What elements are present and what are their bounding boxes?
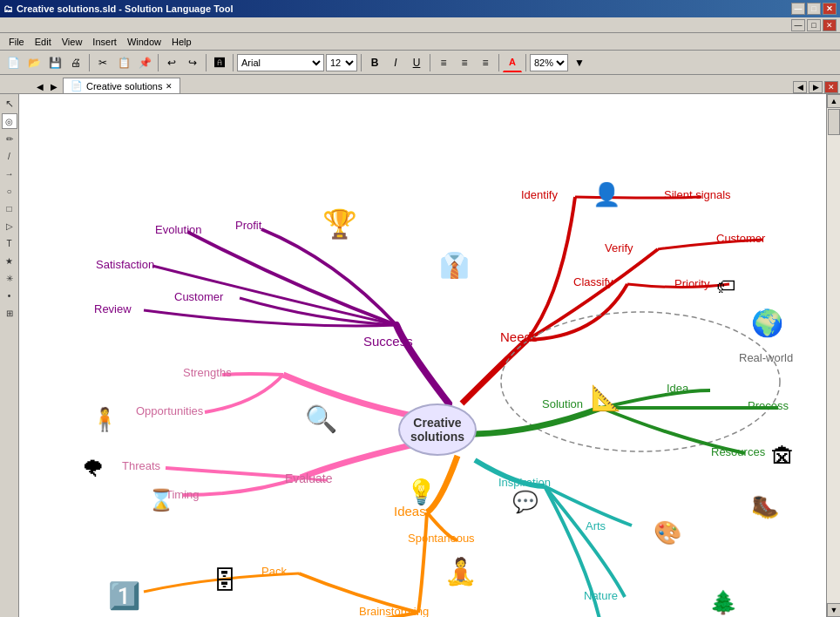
window-title: Creative solutions.sld - Solution Langua… bbox=[17, 3, 234, 14]
menu-window[interactable]: Window bbox=[122, 36, 166, 48]
tool-asterisk[interactable]: ✳ bbox=[2, 270, 17, 286]
sep8 bbox=[525, 54, 526, 71]
menu-insert[interactable]: Insert bbox=[87, 36, 122, 48]
pane-prev[interactable]: ◀ bbox=[793, 81, 807, 93]
scroll-up-button[interactable]: ▲ bbox=[827, 94, 840, 108]
tool-dot[interactable]: • bbox=[2, 288, 17, 303]
center-node[interactable]: Creative solutions bbox=[398, 403, 477, 456]
icon-paint: 🎨 bbox=[654, 519, 681, 546]
tool-expand[interactable]: ⊞ bbox=[2, 305, 17, 321]
copy-button[interactable]: 📋 bbox=[114, 53, 133, 72]
format-button[interactable]: 🅰 bbox=[210, 53, 229, 72]
bold-button[interactable]: B bbox=[365, 53, 384, 72]
tab-bar: ◀ ▶ 📄 Creative solutions ✕ ◀ ▶ ✕ bbox=[0, 75, 840, 94]
redo-button[interactable]: ↪ bbox=[183, 53, 202, 72]
undo-button[interactable]: ↩ bbox=[162, 53, 181, 72]
tool-text[interactable]: T bbox=[2, 235, 17, 251]
scroll-thumb-v[interactable] bbox=[828, 109, 840, 135]
inner-restore[interactable]: □ bbox=[807, 19, 821, 31]
font-color-button[interactable]: A bbox=[503, 53, 522, 72]
icon-person2: 🧍 bbox=[91, 406, 119, 433]
pane-close[interactable]: ✕ bbox=[824, 81, 838, 93]
save-button[interactable]: 💾 bbox=[45, 53, 64, 72]
tab-next[interactable]: ▶ bbox=[49, 80, 59, 93]
menu-help[interactable]: Help bbox=[166, 36, 197, 48]
italic-button[interactable]: I bbox=[386, 53, 405, 72]
print-button[interactable]: 🖨 bbox=[66, 53, 85, 72]
sep1 bbox=[89, 54, 90, 71]
icon-thinker: 🧘 bbox=[444, 556, 477, 586]
icon-magnifier: 🔍 bbox=[305, 403, 337, 434]
icon-hikers: 🥾 bbox=[751, 493, 779, 520]
icon-hourglass: ⌛ bbox=[148, 488, 174, 512]
icon-trophy: 🏆 bbox=[322, 207, 357, 241]
title-bar: 🗂 Creative solutions.sld - Solution Lang… bbox=[0, 0, 840, 17]
icon-lightbulb: 💡 bbox=[406, 478, 437, 506]
tab-close-button[interactable]: ✕ bbox=[166, 82, 173, 91]
icon-globe: 🌍 bbox=[751, 308, 783, 338]
tool-rect[interactable]: □ bbox=[2, 200, 17, 216]
tab-prev[interactable]: ◀ bbox=[35, 80, 45, 93]
menu-bar: File Edit View Insert Window Help bbox=[0, 33, 840, 51]
canvas-area[interactable]: Creative solutions Profit Evolution Sati… bbox=[19, 94, 826, 617]
icon-num1: 1️⃣ bbox=[108, 580, 140, 611]
menu-edit[interactable]: Edit bbox=[30, 36, 57, 48]
icon-drafting: 📐 bbox=[591, 383, 621, 412]
scrollbar-vertical[interactable]: ▲ ▼ bbox=[826, 94, 840, 617]
sep2 bbox=[158, 54, 159, 71]
tool-select[interactable]: ◎ bbox=[2, 113, 17, 129]
tab-label: Creative solutions bbox=[86, 81, 162, 92]
icon-person: 👔 bbox=[439, 251, 470, 280]
app-icon: 🗂 bbox=[3, 3, 13, 14]
inner-minimize[interactable]: — bbox=[791, 19, 805, 31]
cut-button[interactable]: ✂ bbox=[93, 53, 112, 72]
tool-cursor[interactable]: ↖ bbox=[2, 96, 17, 112]
menu-file[interactable]: File bbox=[3, 36, 30, 48]
zoom-selector[interactable]: 82% bbox=[530, 54, 568, 71]
tool-star[interactable]: ★ bbox=[2, 253, 17, 268]
paste-button[interactable]: 📌 bbox=[135, 53, 154, 72]
tab-navigation[interactable]: ◀ ▶ bbox=[35, 80, 59, 93]
icon-speech-bubble: 💬 bbox=[512, 490, 539, 514]
underline-button[interactable]: U bbox=[407, 53, 426, 72]
scroll-down-button[interactable]: ▼ bbox=[827, 603, 840, 617]
icon-house: 🏚 bbox=[770, 443, 795, 471]
align-right[interactable]: ≡ bbox=[476, 53, 495, 72]
tool-triangle[interactable]: ▷ bbox=[2, 218, 17, 234]
sep4 bbox=[233, 54, 234, 71]
maximize-button[interactable]: □ bbox=[807, 3, 821, 15]
open-button[interactable]: 📂 bbox=[24, 53, 44, 72]
align-left[interactable]: ≡ bbox=[434, 53, 453, 72]
tool-arrow[interactable]: → bbox=[2, 166, 17, 181]
new-button[interactable]: 📄 bbox=[3, 53, 23, 72]
tool-pen[interactable]: ✏ bbox=[2, 131, 17, 146]
icon-priority-badge: 🏷 bbox=[716, 275, 735, 298]
tool-circle[interactable]: ○ bbox=[2, 183, 17, 199]
sep6 bbox=[430, 54, 430, 71]
zoom-dropdown[interactable]: ▼ bbox=[570, 53, 589, 72]
tab-creative-solutions[interactable]: 📄 Creative solutions ✕ bbox=[63, 78, 180, 93]
icon-face-red: 👤 bbox=[593, 181, 620, 208]
close-button[interactable]: ✕ bbox=[823, 3, 837, 15]
size-selector[interactable]: 12 bbox=[326, 54, 357, 71]
font-selector[interactable]: Arial bbox=[237, 54, 324, 71]
inner-close[interactable]: ✕ bbox=[823, 19, 837, 31]
menu-view[interactable]: View bbox=[57, 36, 88, 48]
minimize-button[interactable]: — bbox=[791, 3, 805, 15]
sep7 bbox=[498, 54, 499, 71]
tab-icon: 📄 bbox=[71, 80, 83, 92]
icon-nature: 🌲 bbox=[709, 589, 737, 616]
left-toolbar: ↖ ◎ ✏ / → ○ □ ▷ T ★ ✳ • ⊞ bbox=[0, 94, 19, 617]
svg-point-0 bbox=[501, 312, 780, 451]
align-center[interactable]: ≡ bbox=[455, 53, 474, 72]
sep5 bbox=[361, 54, 362, 71]
mindmap-svg bbox=[19, 94, 826, 617]
pane-next[interactable]: ▶ bbox=[809, 81, 823, 93]
sep3 bbox=[206, 54, 207, 71]
window-controls[interactable]: — □ ✕ bbox=[791, 3, 837, 15]
toolbar: 📄 📂 💾 🖨 ✂ 📋 📌 ↩ ↪ 🅰 Arial 12 B I U ≡ ≡ ≡… bbox=[0, 51, 840, 75]
icon-filing: 🗄 bbox=[213, 566, 237, 595]
tool-line[interactable]: / bbox=[2, 148, 17, 164]
main-area: ↖ ◎ ✏ / → ○ □ ▷ T ★ ✳ • ⊞ bbox=[0, 94, 840, 617]
scroll-track-v[interactable] bbox=[827, 108, 840, 603]
